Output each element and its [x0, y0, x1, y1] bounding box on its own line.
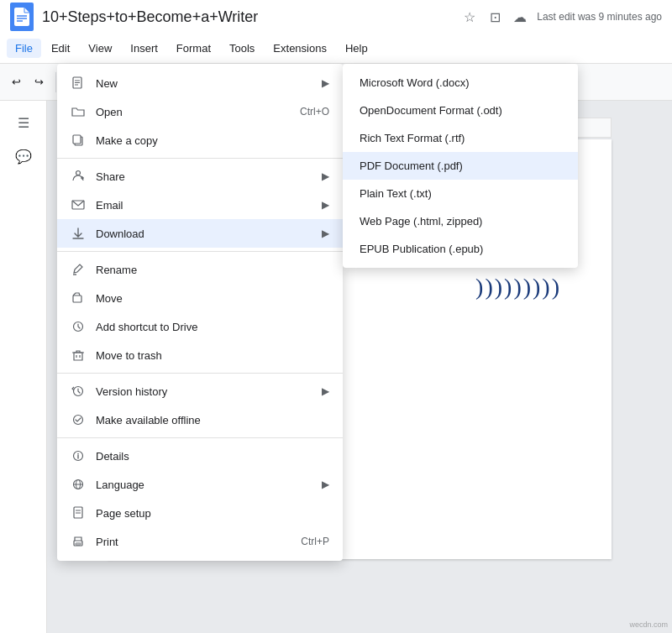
menu-item-language[interactable]: Language ▶ — [57, 470, 343, 499]
new-doc-icon — [71, 76, 86, 91]
print-label: Print — [96, 536, 291, 548]
sidebar-outline-icon[interactable]: ☰ — [10, 109, 37, 136]
toolbar-sep-1 — [55, 72, 56, 92]
divider-1 — [57, 158, 343, 159]
version-history-icon — [71, 384, 86, 399]
download-epub[interactable]: EPUB Publication (.epub) — [343, 235, 578, 263]
svg-rect-8 — [73, 135, 81, 144]
svg-point-9 — [76, 171, 81, 175]
download-rtf[interactable]: Rich Text Format (.rtf) — [343, 124, 578, 152]
shortcut-label: Add shortcut to Drive — [96, 321, 329, 333]
menu-item-version[interactable]: Version history ▶ — [57, 377, 343, 405]
rename-label: Rename — [96, 264, 329, 276]
move-label: Move — [96, 292, 329, 305]
menu-insert[interactable]: Insert — [122, 39, 166, 58]
download-html[interactable]: Web Page (.html, zipped) — [343, 207, 578, 235]
menu-tools[interactable]: Tools — [221, 39, 263, 58]
document-title: 10+Steps+to+Become+a+Writer — [42, 8, 453, 26]
redo-button[interactable]: ↪ — [29, 72, 49, 92]
download-odt[interactable]: OpenDocument Format (.odt) — [343, 97, 578, 124]
last-edit-status: Last edit was 9 minutes ago — [537, 11, 662, 23]
title-bar: 10+Steps+to+Become+a+Writer ☆ ⊡ ☁ Last e… — [0, 0, 672, 34]
share-label: Share — [96, 170, 312, 183]
menu-view[interactable]: View — [80, 39, 120, 58]
undo-button[interactable]: ↩ — [7, 72, 26, 92]
details-label: Details — [96, 450, 329, 463]
menu-format[interactable]: Format — [168, 39, 219, 58]
print-shortcut: Ctrl+P — [301, 536, 329, 547]
share-arrow: ▶ — [322, 170, 329, 182]
menu-item-new[interactable]: New ▶ — [57, 69, 343, 97]
left-sidebar: ☰ 💬 — [0, 101, 47, 633]
new-arrow: ▶ — [322, 77, 329, 89]
menu-item-pagesetup[interactable]: Page setup — [57, 499, 343, 527]
file-dropdown-menu: New ▶ Open Ctrl+O Make a copy Share ▶ Em… — [57, 64, 343, 561]
version-arrow: ▶ — [322, 385, 329, 397]
svg-point-23 — [77, 453, 79, 455]
menu-item-rename[interactable]: Rename — [57, 255, 343, 284]
download-icon — [71, 226, 86, 241]
menu-item-print[interactable]: Print Ctrl+P — [57, 527, 343, 556]
menu-edit[interactable]: Edit — [43, 39, 78, 58]
menu-help[interactable]: Help — [337, 39, 376, 58]
menu-item-copy[interactable]: Make a copy — [57, 126, 343, 154]
svg-rect-15 — [73, 296, 81, 302]
star-icon[interactable]: ☆ — [461, 8, 478, 25]
download-docx[interactable]: Microsoft Word (.docx) — [343, 69, 578, 97]
menu-item-email[interactable]: Email ▶ — [57, 191, 343, 219]
download-label: Download — [96, 228, 312, 240]
doc-app-icon — [10, 3, 34, 31]
menu-item-details[interactable]: Details — [57, 442, 343, 470]
version-label: Version history — [96, 385, 312, 398]
email-arrow: ▶ — [322, 199, 329, 211]
menu-item-trash[interactable]: Move to trash — [57, 341, 343, 369]
trash-label: Move to trash — [96, 349, 329, 362]
download-arrow: ▶ — [322, 228, 329, 239]
menu-extensions[interactable]: Extensions — [265, 39, 335, 58]
trash-icon — [71, 348, 86, 363]
divider-2 — [57, 251, 343, 252]
shortcut-icon — [71, 319, 86, 334]
menu-item-open[interactable]: Open Ctrl+O — [57, 97, 343, 126]
menu-item-move[interactable]: Move — [57, 284, 343, 312]
copy-icon — [71, 133, 86, 148]
pagesetup-label: Page setup — [96, 507, 329, 520]
menu-bar: File Edit View Insert Format Tools Exten… — [0, 34, 672, 64]
new-label: New — [96, 77, 312, 90]
move-icon — [71, 290, 86, 306]
email-icon — [71, 197, 86, 212]
menu-item-share[interactable]: Share ▶ — [57, 162, 343, 191]
pagesetup-icon — [71, 505, 86, 521]
menu-item-offline[interactable]: Make available offline — [57, 405, 343, 434]
download-submenu: Microsoft Word (.docx) OpenDocument Form… — [343, 64, 578, 268]
rename-icon — [71, 262, 86, 277]
svg-rect-31 — [76, 543, 81, 545]
details-icon — [71, 448, 86, 463]
divider-3 — [57, 373, 343, 374]
watermark: wecdn.com — [629, 620, 668, 629]
share-icon — [71, 169, 86, 184]
open-label: Open — [96, 106, 290, 118]
menu-item-shortcut[interactable]: Add shortcut to Drive — [57, 312, 343, 341]
language-label: Language — [96, 479, 312, 491]
offline-label: Make available offline — [96, 414, 329, 426]
menu-file[interactable]: File — [7, 39, 41, 58]
copy-label: Make a copy — [96, 134, 329, 147]
svg-point-20 — [74, 416, 83, 425]
open-shortcut: Ctrl+O — [300, 106, 329, 118]
cloud-icon[interactable]: ☁ — [512, 8, 528, 25]
language-arrow: ▶ — [322, 479, 329, 490]
download-txt[interactable]: Plain Text (.txt) — [343, 180, 578, 207]
email-label: Email — [96, 199, 312, 212]
sidebar-comments-icon[interactable]: 💬 — [10, 143, 37, 170]
folder-icon[interactable]: ⊡ — [486, 8, 503, 25]
offline-icon — [71, 412, 86, 427]
menu-item-download[interactable]: Download ▶ — [57, 219, 343, 248]
download-pdf[interactable]: PDF Document (.pdf) — [343, 152, 578, 180]
divider-4 — [57, 437, 343, 438]
svg-point-32 — [81, 541, 81, 542]
print-icon — [71, 534, 86, 549]
open-folder-icon — [71, 104, 86, 119]
language-icon — [71, 477, 86, 492]
